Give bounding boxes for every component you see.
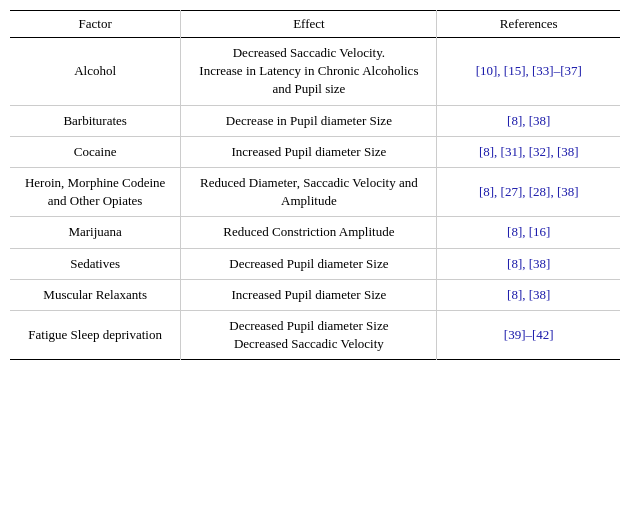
cell-factor: Heroin, Morphine Codeine and Other Opiat… (10, 167, 181, 216)
cell-factor: Alcohol (10, 38, 181, 106)
table-row: Muscular RelaxantsIncreased Pupil diamet… (10, 279, 620, 310)
reference-links[interactable]: [8], [38] (507, 256, 550, 271)
main-table-container: Factor Effect References AlcoholDecrease… (10, 10, 620, 360)
header-effect: Effect (181, 11, 437, 38)
cell-factor: Fatigue Sleep deprivation (10, 310, 181, 359)
reference-links[interactable]: [8], [27], [28], [38] (479, 184, 579, 199)
table-row: SedativesDecreased Pupil diameter Size[8… (10, 248, 620, 279)
reference-links[interactable]: [8], [16] (507, 224, 550, 239)
table-header-row: Factor Effect References (10, 11, 620, 38)
reference-links[interactable]: [8], [31], [32], [38] (479, 144, 579, 159)
header-factor: Factor (10, 11, 181, 38)
cell-references: [8], [38] (437, 248, 620, 279)
cell-effect: Increased Pupil diameter Size (181, 279, 437, 310)
cell-references: [8], [16] (437, 217, 620, 248)
cell-effect: Reduced Constriction Amplitude (181, 217, 437, 248)
table-row: CocaineIncreased Pupil diameter Size[8],… (10, 136, 620, 167)
cell-factor: Marijuana (10, 217, 181, 248)
cell-effect: Reduced Diameter, Saccadic Velocity and … (181, 167, 437, 216)
cell-references: [10], [15], [33]–[37] (437, 38, 620, 106)
cell-effect: Increased Pupil diameter Size (181, 136, 437, 167)
table-row: BarbituratesDecrease in Pupil diameter S… (10, 105, 620, 136)
table-row: Fatigue Sleep deprivationDecreased Pupil… (10, 310, 620, 359)
cell-effect: Decreased Saccadic Velocity. Increase in… (181, 38, 437, 106)
cell-factor: Muscular Relaxants (10, 279, 181, 310)
table-row: MarijuanaReduced Constriction Amplitude[… (10, 217, 620, 248)
header-references: References (437, 11, 620, 38)
cell-references: [39]–[42] (437, 310, 620, 359)
cell-factor: Barbiturates (10, 105, 181, 136)
table-row: AlcoholDecreased Saccadic Velocity. Incr… (10, 38, 620, 106)
reference-links[interactable]: [8], [38] (507, 287, 550, 302)
reference-links[interactable]: [8], [38] (507, 113, 550, 128)
cell-references: [8], [38] (437, 105, 620, 136)
reference-links[interactable]: [39]–[42] (504, 327, 554, 342)
cell-effect: Decreased Pupil diameter Size Decreased … (181, 310, 437, 359)
cell-effect: Decreased Pupil diameter Size (181, 248, 437, 279)
cell-factor: Cocaine (10, 136, 181, 167)
cell-factor: Sedatives (10, 248, 181, 279)
cell-effect: Decrease in Pupil diameter Size (181, 105, 437, 136)
cell-references: [8], [27], [28], [38] (437, 167, 620, 216)
cell-references: [8], [31], [32], [38] (437, 136, 620, 167)
cell-references: [8], [38] (437, 279, 620, 310)
drug-effects-table: Factor Effect References AlcoholDecrease… (10, 10, 620, 360)
reference-links[interactable]: [10], [15], [33]–[37] (476, 63, 582, 78)
table-row: Heroin, Morphine Codeine and Other Opiat… (10, 167, 620, 216)
